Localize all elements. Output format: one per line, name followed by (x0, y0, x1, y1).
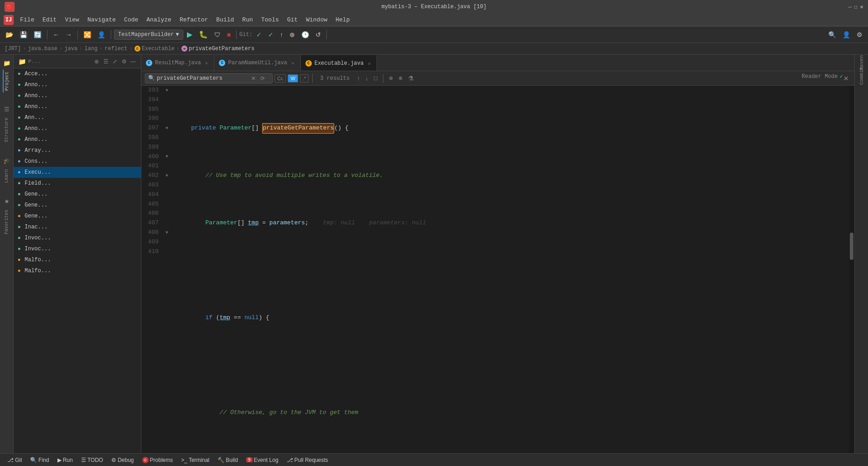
menu-refactor[interactable]: Refactor (176, 15, 212, 25)
menu-build[interactable]: Build (212, 15, 238, 25)
search-word-btn[interactable]: W (288, 74, 298, 83)
bottom-tab-problems[interactable]: 0 Problems (139, 456, 177, 465)
tree-item-invoc2[interactable]: ● Invoc... (14, 243, 141, 254)
tree-item-array[interactable]: ● Array... (14, 145, 141, 156)
open-btn[interactable]: 📂 (3, 29, 16, 40)
breadcrumb-executable[interactable]: Executable (142, 46, 175, 52)
activity-label-favorites[interactable]: Favorites (3, 208, 10, 236)
tree-item-anno2[interactable]: ● Anno... (14, 90, 141, 101)
bottom-tab-build[interactable]: 🔨 Build (214, 456, 242, 465)
fold-408[interactable]: ▼ (165, 228, 168, 238)
tree-action-2[interactable]: ☰ (102, 57, 110, 66)
bottom-tab-pullrequests[interactable]: ⎇ Pull Requests (283, 456, 332, 465)
tree-item-anno1[interactable]: ● Anno... (14, 79, 141, 90)
user-btn[interactable]: 👤 (840, 29, 853, 40)
search-context-btn[interactable]: □ (372, 74, 379, 83)
tree-item-invoc1[interactable]: ● Invoc... (14, 233, 141, 243)
tab-close-paramname[interactable]: ✕ (290, 60, 296, 67)
search-replace-btn2[interactable]: ⊕ (397, 74, 404, 82)
tree-item-gene1[interactable]: ● Gene... (14, 189, 141, 200)
menu-window[interactable]: Window (302, 15, 331, 25)
activity-learn[interactable]: 🎓 (0, 154, 13, 167)
tab-paramname[interactable]: C ParamNameUtil.java ✕ (214, 55, 300, 71)
tree-item-malfo2[interactable]: ● Malfo... (14, 265, 141, 276)
title-bar-controls[interactable]: ─ □ ✕ (848, 5, 863, 10)
activity-label-structure[interactable]: Structure (3, 116, 10, 144)
search-case-btn[interactable]: Cc (274, 74, 286, 83)
close-button[interactable]: ✕ (860, 5, 863, 10)
tab-executable[interactable]: C Executable.java ✕ (301, 55, 377, 71)
run-config-dropdown[interactable]: TestMapperBuilder ▼ (114, 30, 183, 40)
git-check1[interactable]: ✓ (253, 29, 264, 40)
tree-item-anno3[interactable]: ● Anno... (14, 101, 141, 112)
git-fetch[interactable]: ⊕ (287, 29, 298, 40)
activity-label-learn[interactable]: Learn (3, 167, 10, 185)
tree-item-anno5[interactable]: ● Anno... (14, 123, 141, 134)
scrollbar-thumb[interactable] (850, 233, 853, 260)
menu-run[interactable]: Run (238, 15, 256, 25)
vcs-btn[interactable]: 🔀 (81, 29, 94, 40)
coverage-btn[interactable]: 🛡 (212, 29, 223, 40)
tree-item-malfo1[interactable]: ● Malfo... (14, 254, 141, 265)
tree-item-inac[interactable]: ● Inac... (14, 222, 141, 233)
tree-expand-btn[interactable]: 📁 (17, 57, 26, 66)
activity-favorites[interactable]: ★ (0, 195, 13, 207)
activity-project[interactable]: 📁 (0, 57, 13, 69)
sync-btn[interactable]: 🔄 (31, 29, 44, 40)
menu-file[interactable]: File (16, 15, 38, 25)
activity-structure[interactable]: ☰ (0, 103, 13, 115)
code-editor[interactable]: 393 394 395 396 397 398 399 400 401 402 … (141, 86, 854, 453)
search-clear-btn[interactable]: ✕ (250, 75, 257, 82)
tree-item-anno6[interactable]: ● Anno... (14, 134, 141, 145)
search-input[interactable] (157, 75, 248, 82)
git-check2[interactable]: ✓ (265, 29, 276, 40)
bottom-tab-todo[interactable]: ☰ TODO (78, 456, 107, 465)
menu-git[interactable]: Git (284, 15, 301, 25)
forward-btn[interactable]: → (63, 29, 75, 40)
maximize-button[interactable]: □ (854, 5, 857, 10)
profile-btn[interactable]: 👤 (95, 29, 108, 40)
run-btn[interactable]: ▶ (184, 28, 195, 41)
debug-btn[interactable]: 🐛 (196, 28, 211, 41)
tree-action-settings[interactable]: ⚙ (120, 57, 128, 66)
breadcrumb-javabase[interactable]: java.base (28, 46, 57, 52)
menu-tools[interactable]: Tools (258, 15, 283, 25)
bottom-tab-terminal[interactable]: >_ Terminal (177, 456, 213, 465)
tree-action-close[interactable]: — (129, 57, 137, 66)
breadcrumb-jrt[interactable]: [JRT] (5, 46, 21, 52)
tree-item-ann[interactable]: ● Ann... (14, 112, 141, 123)
tab-close-resultmap[interactable]: ✕ (204, 60, 210, 67)
bottom-tab-eventlog[interactable]: 9 Event Log (243, 456, 282, 465)
breadcrumb-method[interactable]: privateGetParameters (189, 46, 254, 52)
tab-close-executable[interactable]: ✕ (367, 60, 372, 67)
menu-edit[interactable]: Edit (39, 15, 60, 25)
search-btn-toolbar[interactable]: 🔍 (826, 29, 839, 40)
breadcrumb-reflect[interactable]: reflect (104, 46, 127, 52)
stop-btn[interactable]: ■ (224, 29, 233, 40)
scrollbar[interactable] (849, 86, 854, 453)
tree-action-3[interactable]: ⤢ (111, 57, 119, 66)
breadcrumb-java[interactable]: java (64, 46, 78, 52)
save-btn[interactable]: 💾 (17, 29, 30, 40)
tree-item-gene2[interactable]: ● Gene... (14, 200, 141, 211)
menu-code[interactable]: Code (120, 15, 142, 25)
fold-400[interactable]: ▼ (165, 152, 168, 162)
tree-item-field[interactable]: ● Field... (14, 178, 141, 189)
bottom-tab-git[interactable]: ⎇ Git (4, 456, 26, 465)
minimize-button[interactable]: ─ (848, 5, 852, 10)
menu-help[interactable]: Help (332, 15, 353, 25)
git-revert[interactable]: ↺ (313, 29, 324, 40)
bottom-tab-run[interactable]: ▶ Run (54, 456, 77, 465)
tab-resultmap[interactable]: C ResultMap.java ✕ (141, 55, 214, 71)
git-push[interactable]: ↑ (277, 29, 286, 40)
bottom-tab-debug[interactable]: ⚙ Debug (108, 456, 137, 465)
back-btn[interactable]: ← (50, 29, 62, 40)
git-history[interactable]: 🕐 (299, 29, 312, 40)
bottom-tab-find[interactable]: 🔍 Find (26, 456, 52, 465)
tree-item-gene3[interactable]: ● Gene... (14, 211, 141, 222)
search-regex-btn[interactable]: .* (300, 74, 309, 83)
activity-label-project[interactable]: Project (3, 70, 10, 93)
right-sidebar-commit[interactable]: Commit (856, 70, 868, 82)
fold-397[interactable]: ▼ (165, 124, 168, 133)
menu-analyze[interactable]: Analyze (143, 15, 175, 25)
